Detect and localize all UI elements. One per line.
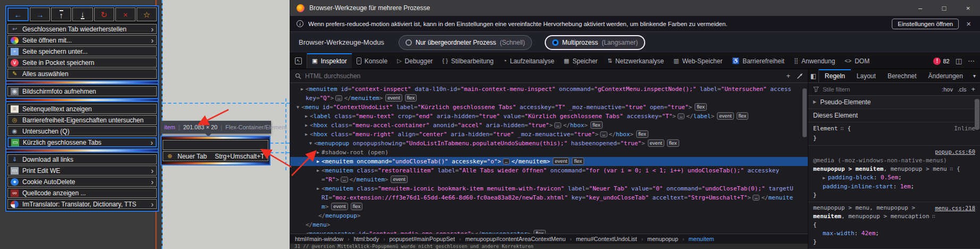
error-badge[interactable]: !82 bbox=[933, 57, 949, 65]
breadcrumb-item[interactable]: popupset#mainPopupSet bbox=[389, 236, 455, 242]
badge-flex[interactable]: flex bbox=[351, 203, 363, 210]
tab-web-speicher[interactable]: ▥Web-Speicher bbox=[669, 53, 727, 69]
markup-line[interactable]: ▶<menuitem class="restoreallitem" label=… bbox=[290, 166, 808, 184]
markup-line[interactable]: ▶<menuitem oncommand="undoCloseTab()" ac… bbox=[290, 157, 808, 166]
markup-line[interactable]: <menuseparator id="context-media-eme-sep… bbox=[290, 229, 808, 234]
breadcrumb-item[interactable]: html:body bbox=[353, 236, 379, 242]
badge-event[interactable]: event bbox=[391, 176, 407, 183]
mode-option-nur-übergeordneter-prozess[interactable]: Nur übergeordneter Prozess (Schnell) bbox=[399, 35, 532, 50]
badge-event[interactable]: event bbox=[553, 157, 569, 165]
badge-flex[interactable]: flex bbox=[534, 230, 546, 234]
css-declaration[interactable]: padding-inline-start: 1em; bbox=[808, 182, 980, 191]
tab-inspektor[interactable]: ▣Inspektor bbox=[307, 53, 352, 69]
sidebar-toggle-icon[interactable]: ◧ bbox=[808, 69, 819, 82]
css-declaration[interactable]: ▶ padding-block: 0.5em; bbox=[808, 173, 980, 182]
tab-debugger[interactable]: ▷Debugger bbox=[392, 53, 437, 69]
tab-barrierefreiheit[interactable]: ♿Barrierefreiheit bbox=[727, 53, 789, 69]
tab-konsole[interactable]: ›Konsole bbox=[352, 53, 392, 69]
badge-event[interactable]: event bbox=[717, 112, 733, 120]
expand-arrow-icon[interactable]: ▶ bbox=[299, 85, 306, 94]
inline-expander[interactable]: … bbox=[554, 122, 561, 128]
submenu-item-neuer-tab[interactable]: ⊕Neuer TabStrg+Umschalt+T bbox=[163, 151, 268, 161]
expand-arrow-icon[interactable]: ▶ bbox=[315, 148, 322, 157]
markup-line[interactable]: ▶<menuitem class="menuitem-iconic bookma… bbox=[290, 184, 808, 211]
badge-flex[interactable]: flex bbox=[405, 94, 417, 102]
menu-item-quellcode-anzeigen[interactable]: uoQuellcode anzeigen ... bbox=[7, 188, 157, 198]
badge-flex[interactable]: flex bbox=[636, 130, 648, 138]
style-filter-input[interactable]: Stile filtern bbox=[823, 86, 850, 93]
css-declaration[interactable]: max-width: 42em; bbox=[808, 229, 980, 238]
inline-expander[interactable]: … bbox=[341, 177, 348, 182]
markup-line[interactable]: ▼<menupopup onpopupshowing="UndoListInTa… bbox=[290, 139, 808, 148]
expand-arrow-icon[interactable]: ▶ bbox=[303, 130, 310, 139]
menu-item-seite-in-pocket-speichern[interactable]: ∨Seite in Pocket speichern bbox=[7, 57, 157, 68]
tab-laufzeitanalyse[interactable]: ◔Laufzeitanalyse bbox=[499, 53, 559, 69]
menu-item-print-edit-we[interactable]: ▭Print Edit WE› bbox=[7, 165, 157, 176]
badge-flex[interactable]: flex bbox=[695, 103, 707, 111]
sidebar-tab-regeln[interactable]: Regeln bbox=[819, 69, 851, 82]
tab-anwendung[interactable]: ⣿Anwendung bbox=[789, 53, 840, 69]
menu-item-seite-öffnen-mit[interactable]: Seite öffnen mit...› bbox=[7, 35, 157, 45]
stylesheet-link[interactable]: menu.css:218 bbox=[935, 204, 975, 212]
maximize-button[interactable]: □ bbox=[932, 0, 956, 16]
rules-scrollbar-thumb[interactable] bbox=[975, 99, 979, 130]
menu-item-untersuchen-q[interactable]: ◉Untersuchen (Q) bbox=[7, 126, 157, 136]
menu-item-seitenquelltext-anzeigen[interactable]: ≡Seitenquelltext anzeigen bbox=[7, 104, 157, 114]
meatball-menu-icon[interactable]: ⋯ bbox=[968, 57, 975, 64]
menu-item-cookie-autodelete[interactable]: ●Cookie AutoDelete› bbox=[7, 177, 157, 187]
close-button[interactable]: × bbox=[956, 0, 980, 16]
badge-event[interactable]: event bbox=[331, 203, 348, 210]
sidebar-tab-änderungen[interactable]: Änderungen bbox=[923, 69, 969, 82]
rule-selector[interactable]: menupopup > menuitem, menupopup > menu∷ … bbox=[808, 165, 980, 173]
download-button[interactable]: ↓ bbox=[72, 7, 92, 21]
reload-button[interactable]: ↻ bbox=[94, 7, 114, 21]
badge-flex[interactable]: flex bbox=[737, 112, 749, 120]
breadcrumb-item[interactable]: menu#ContextUndoList bbox=[576, 236, 637, 242]
open-settings-button[interactable]: Einstellungen öffnen bbox=[892, 19, 959, 29]
rule-selector[interactable]: Element∷ {Inline bbox=[808, 124, 980, 134]
expand-arrow-icon[interactable]: ▶ bbox=[303, 121, 310, 130]
markup-line[interactable]: ▶#shadow-root (open) bbox=[290, 148, 808, 157]
expand-arrow-icon[interactable]: ▶ bbox=[315, 184, 322, 193]
badge-event[interactable]: event bbox=[648, 139, 664, 147]
expand-arrow-icon[interactable]: ▶ bbox=[303, 112, 310, 121]
menu-item-geschlossenen-tab-wiederherstellen[interactable]: ↩Geschlossenen Tab wiederherstellen› bbox=[7, 24, 157, 34]
sidebar-tab-berechnet[interactable]: Berechnet bbox=[882, 69, 923, 82]
split-console-icon[interactable]: ◫ bbox=[956, 57, 962, 64]
inline-expander[interactable]: … bbox=[503, 159, 510, 164]
badge-flex[interactable]: flex bbox=[667, 139, 679, 147]
window-titlebar[interactable]: Browser-Werkzeuge für mehrere Prozesse –… bbox=[290, 0, 980, 16]
pseudo-hov-toggle[interactable]: :hov bbox=[942, 86, 953, 93]
bookmark-button[interactable]: ☆ bbox=[137, 7, 157, 21]
markup-line[interactable]: ▶<hbox class="menu-accel-container" anon… bbox=[290, 121, 808, 130]
pseudo-elements-header[interactable]: ▶Pseudo-Elemente bbox=[808, 96, 980, 109]
menu-item-imtranslator-translator-dictionary-tts[interactable]: ImTranslator: Translator, Dictionary, TT… bbox=[7, 199, 157, 209]
markup-line[interactable]: ▶<label class="menu-text" crop="end" ari… bbox=[290, 112, 808, 121]
expand-arrow-icon[interactable]: ▼ bbox=[294, 103, 301, 112]
rule-selector[interactable]: menupopup > menu, menupopup >menu.css:21… bbox=[808, 204, 980, 212]
add-node-icon[interactable]: + bbox=[786, 72, 790, 80]
badge-flex[interactable]: flex bbox=[572, 157, 584, 165]
close-tab-button[interactable]: × bbox=[115, 7, 136, 21]
markup-line[interactable]: </menu> bbox=[290, 220, 808, 229]
menu-item-barrierefreiheit-eigenschaften-untersuchen[interactable]: ◎Barrierefreiheit-Eigenschaften untersuc… bbox=[7, 115, 157, 125]
tab-speicher[interactable]: ▦Speicher bbox=[559, 53, 603, 69]
back-button[interactable]: ← bbox=[7, 7, 29, 21]
menu-item-seite-speichern-unter[interactable]: ▫Seite speichern unter... bbox=[7, 46, 157, 56]
node-picker-button[interactable]: ↖ bbox=[290, 53, 307, 69]
markup-line[interactable]: ▶<menuitem id="context-inspect" data-l10… bbox=[290, 85, 808, 103]
menu-item-download-all-links[interactable]: ⇓Download all links bbox=[7, 154, 157, 164]
inline-expander[interactable]: … bbox=[600, 131, 607, 137]
breadcrumb-item[interactable]: menupopup#contentAreaContextMenu bbox=[465, 236, 565, 242]
inline-expander[interactable]: … bbox=[335, 95, 342, 101]
infobar-close-icon[interactable]: × bbox=[964, 19, 974, 28]
class-toggle[interactable]: .cls bbox=[958, 86, 967, 93]
scroll-top-button[interactable]: ↑ bbox=[51, 7, 71, 21]
tab-dom[interactable]: <>DOM bbox=[840, 53, 874, 69]
menu-item-alles-auswählen[interactable]: ✎Alles auswählen bbox=[7, 69, 157, 79]
expand-arrow-icon[interactable]: ▶ bbox=[315, 166, 322, 175]
badge-flex[interactable]: flex bbox=[590, 121, 603, 129]
tab-netzwerkanalyse[interactable]: ⇅Netzwerkanalyse bbox=[603, 53, 669, 69]
sidebar-tab-layout[interactable]: Layout bbox=[851, 69, 882, 82]
submenu-item-empty[interactable] bbox=[163, 140, 268, 150]
